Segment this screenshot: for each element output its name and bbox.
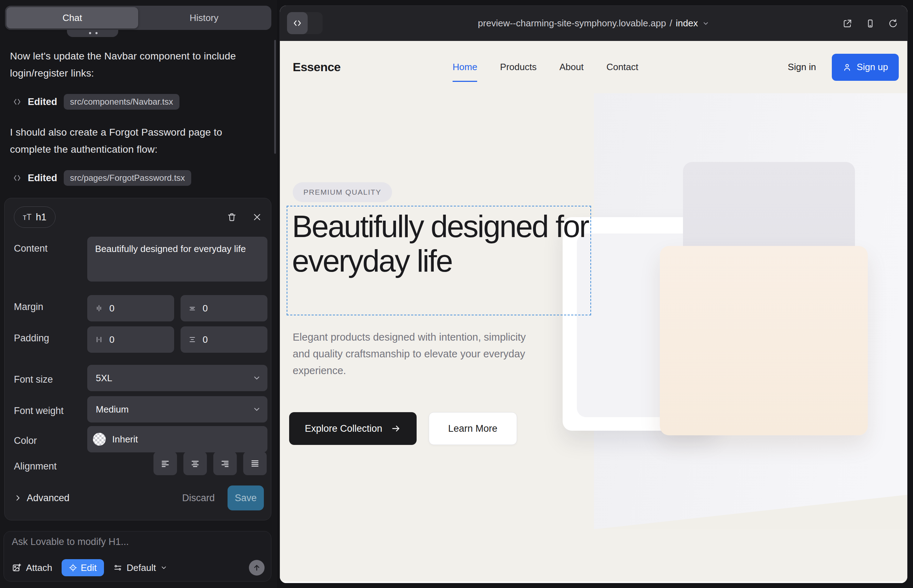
nav-link-about[interactable]: About xyxy=(559,61,584,73)
mode-selector[interactable]: Default xyxy=(113,562,167,573)
refresh-button[interactable] xyxy=(888,18,898,29)
send-arrow-icon xyxy=(253,564,261,572)
sign-up-label: Sign up xyxy=(857,61,888,73)
align-center-button[interactable] xyxy=(183,452,207,475)
scrolled-message-pill xyxy=(67,30,118,37)
delete-element-button[interactable] xyxy=(227,212,237,222)
editor-footer: Advanced Discard Save xyxy=(14,485,264,511)
color-label: Color xyxy=(14,435,37,446)
element-tag-label: h1 xyxy=(36,212,47,223)
edited-file-chip[interactable]: src/components/Navbar.tsx xyxy=(64,94,180,110)
hero-actions: Explore Collection Learn More xyxy=(289,412,517,445)
edited-label: Edited xyxy=(28,173,57,184)
chevron-right-icon xyxy=(14,494,22,502)
composer-toolbar: Attach Edit Default xyxy=(12,559,265,576)
tab-chat[interactable]: Chat xyxy=(6,7,138,29)
save-button[interactable]: Save xyxy=(228,486,264,510)
preview-window: preview--charming-site-symphony.lovable.… xyxy=(280,6,907,583)
chat-input[interactable] xyxy=(12,536,261,553)
color-swatch xyxy=(93,433,106,446)
premium-badge: PREMIUM QUALITY xyxy=(293,182,392,202)
hero-heading[interactable]: Beautifully designed for everyday life xyxy=(292,209,595,278)
align-left-button[interactable] xyxy=(154,452,177,475)
attach-label: Attach xyxy=(26,562,52,573)
margin-y-value: 0 xyxy=(202,303,207,314)
hero-section: PREMIUM QUALITY Beautifully designed for… xyxy=(280,93,907,529)
url-path: index xyxy=(676,18,698,29)
browser-chrome: preview--charming-site-symphony.lovable.… xyxy=(280,6,907,41)
padding-y-field[interactable]: 0 xyxy=(181,326,267,353)
mode-label: Default xyxy=(127,562,156,573)
pill-dot xyxy=(89,32,91,34)
margin-y-field[interactable]: 0 xyxy=(181,295,267,321)
attach-button[interactable]: Attach xyxy=(12,562,52,573)
font-size-label: Font size xyxy=(14,374,53,385)
edited-file-row[interactable]: Edited src/components/Navbar.tsx xyxy=(13,93,180,110)
edit-label: Edit xyxy=(81,562,97,573)
hero-card-cream xyxy=(660,246,868,435)
send-button[interactable] xyxy=(249,560,265,575)
code-icon xyxy=(13,174,21,182)
url-host: preview--charming-site-symphony.lovable.… xyxy=(478,18,666,29)
close-editor-button[interactable] xyxy=(253,213,262,222)
element-tag-pill[interactable]: тT h1 xyxy=(14,207,55,228)
padding-x-value: 0 xyxy=(109,334,114,345)
discard-button[interactable]: Discard xyxy=(182,493,215,504)
font-weight-value: Medium xyxy=(96,404,129,415)
learn-more-button[interactable]: Learn More xyxy=(429,412,517,445)
site-content: Essence Home Products About Contact Sign… xyxy=(280,41,907,583)
explore-collection-label: Explore Collection xyxy=(305,423,382,434)
margin-x-field[interactable]: 0 xyxy=(87,295,174,321)
user-icon xyxy=(842,63,852,72)
alignment-label: Alignment xyxy=(14,461,57,472)
code-icon xyxy=(287,12,308,34)
chrome-actions xyxy=(842,6,898,41)
site-nav-links: Home Products About Contact xyxy=(453,61,638,73)
mobile-preview-button[interactable] xyxy=(865,18,875,29)
font-weight-label: Font weight xyxy=(14,405,64,417)
chevron-down-icon xyxy=(702,20,709,27)
color-field[interactable]: Inherit xyxy=(87,426,267,452)
tab-history[interactable]: History xyxy=(138,7,270,29)
code-view-toggle[interactable] xyxy=(287,12,323,34)
open-external-button[interactable] xyxy=(842,18,853,29)
content-label: Content xyxy=(14,243,48,254)
nav-link-contact[interactable]: Contact xyxy=(606,61,638,73)
code-icon xyxy=(13,97,21,106)
chat-composer: Attach Edit Default xyxy=(3,531,271,582)
app: Chat History Now let's update the Navbar… xyxy=(0,0,913,588)
chevron-down-icon xyxy=(253,405,261,414)
align-right-button[interactable] xyxy=(213,452,237,475)
site-logo[interactable]: Essence xyxy=(293,60,341,74)
font-weight-select[interactable]: Medium xyxy=(87,396,267,423)
type-icon: тT xyxy=(23,213,32,222)
section-below-hero xyxy=(280,582,907,583)
edited-label: Edited xyxy=(28,97,57,108)
padding-y-value: 0 xyxy=(202,334,207,345)
url-bar: preview--charming-site-symphony.lovable.… xyxy=(280,6,907,41)
edited-file-chip[interactable]: src/pages/ForgotPassword.tsx xyxy=(64,170,191,186)
element-editor-panel: тT h1 Content Beautifully designed for e… xyxy=(4,198,271,520)
hero-description: Elegant products designed with intention… xyxy=(293,329,531,379)
assistant-message: Now let's update the Navbar component to… xyxy=(10,48,263,82)
align-justify-button[interactable] xyxy=(243,452,267,475)
advanced-toggle[interactable]: Advanced xyxy=(14,493,70,504)
nav-link-home[interactable]: Home xyxy=(453,61,477,73)
margin-x-value: 0 xyxy=(109,303,114,314)
chat-panel: Chat History Now let's update the Navbar… xyxy=(0,0,277,588)
explore-collection-button[interactable]: Explore Collection xyxy=(289,412,417,445)
chat-history-tabs: Chat History xyxy=(5,6,271,30)
content-input[interactable]: Beautifully designed for everyday life xyxy=(87,237,267,281)
edit-mode-button[interactable]: Edit xyxy=(62,559,104,576)
nav-link-products[interactable]: Products xyxy=(500,61,537,73)
padding-x-field[interactable]: 0 xyxy=(87,326,174,353)
padding-label: Padding xyxy=(14,333,49,344)
sign-up-button[interactable]: Sign up xyxy=(832,54,899,81)
sign-in-link[interactable]: Sign in xyxy=(788,61,816,73)
margin-horizontal-icon xyxy=(94,304,104,313)
edited-file-row[interactable]: Edited src/pages/ForgotPassword.tsx xyxy=(13,170,191,186)
padding-vertical-icon xyxy=(188,335,197,344)
chat-scrollbar[interactable] xyxy=(274,40,276,154)
font-size-select[interactable]: 5XL xyxy=(87,365,267,391)
settings-sliders-icon xyxy=(113,563,123,572)
